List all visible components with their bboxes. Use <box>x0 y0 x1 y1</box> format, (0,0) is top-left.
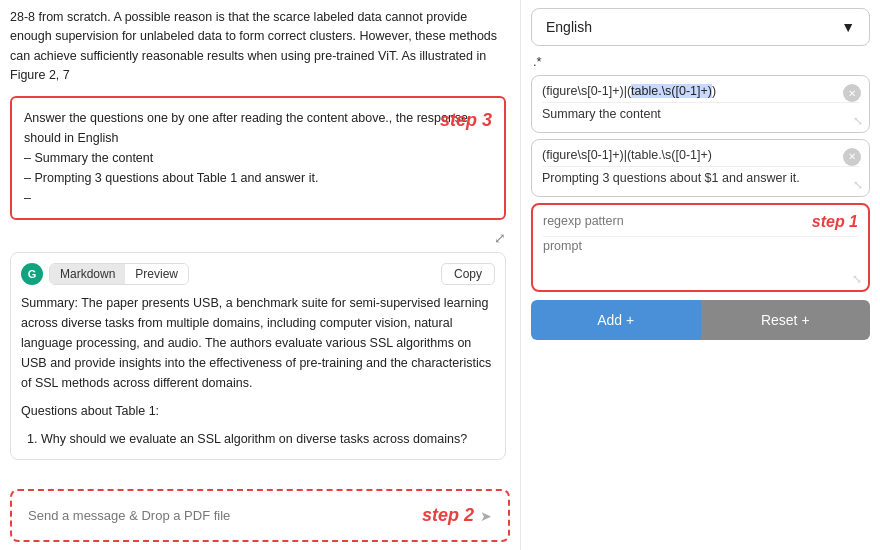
pattern1-highlight: table.\s([0-1]+) <box>631 84 712 98</box>
chat-summary: Summary: The paper presents USB, a bench… <box>21 293 495 393</box>
chat-response-area: G Markdown Preview Copy Summary: The pap… <box>10 252 506 460</box>
chat-question-1: Why should we evaluate an SSL algorithm … <box>41 429 495 449</box>
dot-label: .* <box>531 52 870 69</box>
close-row2-button[interactable]: ✕ <box>843 148 861 166</box>
chevron-down-icon: ▼ <box>841 19 855 35</box>
paper-text: 28-8 from scratch. A possible reason is … <box>10 8 506 86</box>
step3-box: step 3 Answer the questions one by one a… <box>10 96 506 220</box>
step1-label: step 1 <box>812 213 858 231</box>
reset-button[interactable]: Reset + <box>701 300 871 340</box>
openai-logo: G <box>21 263 43 285</box>
tab-preview[interactable]: Preview <box>125 264 188 284</box>
pattern-row-1: ✕ (figure\s[0-1]+)|(table.\s([0-1]+)) Su… <box>531 75 870 133</box>
pattern-row-2: ✕ (figure\s[0-1]+)|(table.\s([0-1]+) Pro… <box>531 139 870 197</box>
right-panel: English ▼ .* ✕ (figure\s[0-1]+)|(table.\… <box>520 0 880 550</box>
step1-divider <box>543 236 858 237</box>
resize-handle-2: ⤡ <box>853 178 863 192</box>
pattern2-text: (figure\s[0-1]+)|(table.\s([0-1]+) <box>542 148 859 162</box>
chat-header: G Markdown Preview Copy <box>21 263 495 285</box>
chat-questions-label: Questions about Table 1: <box>21 401 495 421</box>
regexp-pattern-input[interactable] <box>543 214 858 228</box>
close-row1-button[interactable]: ✕ <box>843 84 861 102</box>
tab-group: Markdown Preview <box>49 263 189 285</box>
resize-handle-1: ⤡ <box>853 114 863 128</box>
pattern1-text: (figure\s[0-1]+)|(table.\s([0-1]+)) <box>542 84 859 98</box>
prompt-input[interactable] <box>543 239 858 279</box>
tab-markdown[interactable]: Markdown <box>50 264 125 284</box>
chat-content: Summary: The paper presents USB, a bench… <box>21 293 495 449</box>
step3-line4: – <box>24 188 492 208</box>
divider1 <box>542 102 859 103</box>
expand-icon[interactable]: ⤢ <box>494 230 506 246</box>
scroll-area[interactable]: 28-8 from scratch. A possible reason is … <box>10 8 510 483</box>
step3-label: step 3 <box>440 106 492 135</box>
action-buttons: Add + Reset + <box>531 300 870 340</box>
copy-button[interactable]: Copy <box>441 263 495 285</box>
message-input[interactable] <box>28 508 422 523</box>
step3-line1: Answer the questions one by one after re… <box>24 108 492 148</box>
prompt2-text: Prompting 3 questions about $1 and answe… <box>542 169 859 188</box>
resize-handle-step1: ⤡ <box>852 272 862 286</box>
left-panel: 28-8 from scratch. A possible reason is … <box>0 0 520 550</box>
add-button[interactable]: Add + <box>531 300 701 340</box>
divider2 <box>542 166 859 167</box>
step3-line2: – Summary the content <box>24 148 492 168</box>
language-value: English <box>546 19 592 35</box>
step2-container: step 2 ➤ <box>10 483 510 542</box>
send-icon[interactable]: ➤ <box>480 508 492 524</box>
prompt1-text: Summary the content <box>542 105 859 124</box>
step1-row: step 1 ⤡ <box>531 203 870 292</box>
step2-label: step 2 <box>422 505 474 526</box>
language-dropdown[interactable]: English ▼ <box>531 8 870 46</box>
expand-area: ⤢ <box>10 230 506 246</box>
step3-line3: – Prompting 3 questions about Table 1 an… <box>24 168 492 188</box>
step2-box: step 2 ➤ <box>10 489 510 542</box>
